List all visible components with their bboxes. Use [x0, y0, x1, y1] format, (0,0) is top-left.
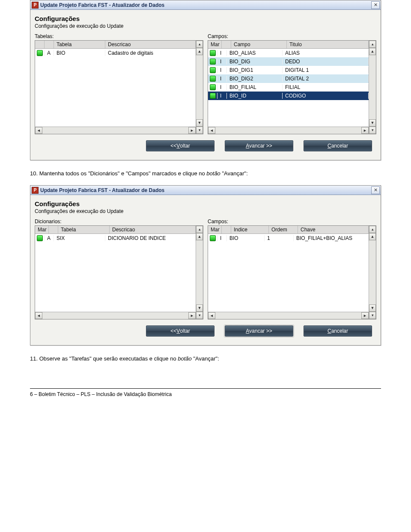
checkmark-icon[interactable]: [210, 93, 216, 99]
scroll-left-icon[interactable]: ◄: [35, 312, 42, 319]
scroll-top-icon[interactable]: ▴: [196, 226, 203, 233]
scroll-down-icon[interactable]: ▼: [369, 119, 376, 127]
scroll-bottom-icon[interactable]: ▾: [369, 312, 376, 319]
scroll-left-icon[interactable]: ◄: [208, 127, 215, 134]
dialog-update-1: P Update Projeto Fabrica FST - Atualizad…: [30, 0, 381, 160]
cancel-button[interactable]: Cancelar: [304, 325, 372, 337]
grid-header: Mar Tabela Descricao: [35, 226, 196, 234]
heading: Configurações: [35, 15, 376, 22]
grid-header: Tabela Descricao: [35, 41, 196, 49]
fields-grid[interactable]: Mar Indice Ordem Chave I BIO 1: [208, 225, 376, 319]
scroll-up-icon[interactable]: ▲: [369, 48, 376, 55]
vscrollbar[interactable]: ▴ ▲ ▼ ▾: [369, 41, 376, 134]
checkmark-icon[interactable]: [37, 235, 43, 241]
scroll-right-icon[interactable]: ►: [361, 312, 369, 319]
table-row[interactable]: IBIO_DIG1DIGITAL 1: [208, 66, 369, 74]
window-title: Update Projeto Fabrica FST - Atualizador…: [40, 187, 370, 193]
scroll-bottom-icon[interactable]: ▾: [196, 312, 203, 319]
table-row[interactable]: IBIO_IDCODIGO: [208, 92, 369, 100]
scroll-down-icon[interactable]: ▼: [196, 119, 203, 127]
checkmark-icon[interactable]: [37, 50, 43, 56]
close-icon[interactable]: ✕: [371, 1, 380, 9]
back-button[interactable]: << Voltar: [146, 325, 214, 337]
tables-label: Tabelas:: [35, 33, 203, 39]
scroll-down-icon[interactable]: ▼: [369, 304, 376, 312]
hscrollbar[interactable]: ◄ ►: [35, 127, 196, 134]
table-row[interactable]: I BIO 1 BIO_FILIAL+BIO_ALIAS: [208, 234, 369, 242]
titlebar[interactable]: P Update Projeto Fabrica FST - Atualizad…: [30, 0, 381, 10]
hscrollbar[interactable]: ◄ ►: [208, 312, 369, 319]
scroll-top-icon[interactable]: ▴: [369, 41, 376, 48]
fields-label: Campos:: [208, 219, 376, 225]
table-row[interactable]: A BIO Cadastro de digitais: [35, 49, 196, 57]
checkmark-icon[interactable]: [210, 59, 216, 65]
table-row[interactable]: A SIX DICIONARIO DE INDICE: [35, 234, 196, 242]
hscrollbar[interactable]: ◄ ►: [208, 127, 369, 134]
scroll-left-icon[interactable]: ◄: [35, 127, 42, 134]
tables-grid[interactable]: Tabela Descricao A BIO Cadastro de digit…: [35, 40, 203, 134]
back-button[interactable]: << Voltar: [146, 140, 214, 151]
checkmark-icon[interactable]: [210, 84, 216, 90]
heading: Configurações: [35, 200, 376, 207]
scroll-bottom-icon[interactable]: ▾: [369, 127, 376, 134]
dictionaries-grid[interactable]: Mar Tabela Descricao A SIX DICIONARIO DE…: [35, 225, 203, 319]
vscrollbar[interactable]: ▴ ▲ ▼ ▾: [369, 226, 376, 319]
scroll-up-icon[interactable]: ▲: [196, 48, 203, 55]
checkmark-icon[interactable]: [210, 76, 216, 82]
table-row[interactable]: IBIO_DIGDEDO: [208, 57, 369, 66]
subheading: Configurações de execução do Update: [35, 208, 376, 214]
cancel-button[interactable]: Cancelar: [304, 140, 372, 151]
table-row[interactable]: IBIO_DIG2DIGITAL 2: [208, 74, 369, 83]
grid-header: Mar Campo Titulo: [208, 41, 369, 49]
titlebar[interactable]: P Update Projeto Fabrica FST - Atualizad…: [30, 186, 381, 195]
next-button[interactable]: Avancar >>: [225, 325, 293, 337]
dictionaries-label: Dicionarios:: [35, 219, 203, 225]
scroll-right-icon[interactable]: ►: [361, 127, 369, 134]
next-button[interactable]: Avancar >>: [225, 140, 293, 151]
window-title: Update Projeto Fabrica FST - Atualizador…: [40, 2, 370, 8]
scroll-up-icon[interactable]: ▲: [369, 233, 376, 240]
scroll-down-icon[interactable]: ▼: [196, 304, 203, 312]
scroll-left-icon[interactable]: ◄: [208, 312, 215, 319]
step-11-text: 11. Observe as "Tarefas" que serão execu…: [30, 355, 381, 363]
table-row[interactable]: IBIO_ALIASALIAS: [208, 49, 369, 57]
fields-grid[interactable]: Mar Campo Titulo IBIO_ALIASALIASIBIO_DIG…: [208, 40, 376, 134]
dialog-update-2: P Update Projeto Fabrica FST - Atualizad…: [30, 185, 381, 346]
app-icon: P: [32, 187, 39, 194]
step-10-text: 10. Mantenha todos os "Dicionários" e "C…: [30, 170, 381, 177]
scroll-top-icon[interactable]: ▴: [369, 226, 376, 233]
grid-header: Mar Indice Ordem Chave: [208, 226, 369, 234]
vscrollbar[interactable]: ▴ ▲ ▼ ▾: [196, 226, 203, 319]
scroll-bottom-icon[interactable]: ▾: [196, 127, 203, 134]
checkmark-icon[interactable]: [210, 235, 216, 241]
app-icon: P: [32, 2, 39, 9]
page-footer: 6 – Boletim Técnico – PLS – Inclusão de …: [30, 388, 381, 397]
fields-label: Campos:: [208, 33, 376, 39]
hscrollbar[interactable]: ◄ ►: [35, 312, 196, 319]
table-row[interactable]: IBIO_FILIALFILIAL: [208, 83, 369, 92]
scroll-right-icon[interactable]: ►: [188, 312, 196, 319]
scroll-top-icon[interactable]: ▴: [196, 41, 203, 48]
close-icon[interactable]: ✕: [371, 186, 380, 194]
checkmark-icon[interactable]: [210, 67, 216, 73]
checkmark-icon[interactable]: [210, 50, 216, 56]
vscrollbar[interactable]: ▴ ▲ ▼ ▾: [196, 41, 203, 134]
scroll-right-icon[interactable]: ►: [188, 127, 196, 134]
scroll-up-icon[interactable]: ▲: [196, 233, 203, 240]
subheading: Configurações de execução do Update: [35, 23, 376, 29]
